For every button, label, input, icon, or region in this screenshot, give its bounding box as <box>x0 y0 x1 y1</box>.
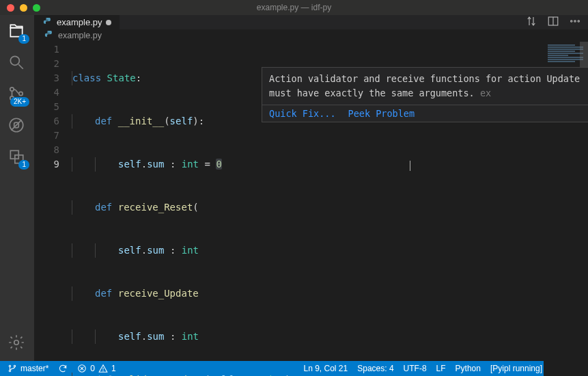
split-editor-icon[interactable] <box>547 15 559 29</box>
quick-fix-link[interactable]: Quick Fix... <box>269 108 336 119</box>
tab-modified-icon <box>106 20 111 25</box>
close-window-icon[interactable] <box>7 4 14 12</box>
svg-line-6 <box>11 120 21 130</box>
hover-message: Action validator and receive functions f… <box>262 68 588 105</box>
hover-diagnostic: Action validator and receive functions f… <box>262 67 588 122</box>
svg-point-0 <box>10 56 19 65</box>
svg-point-17 <box>14 365 15 366</box>
svg-point-13 <box>574 21 576 22</box>
svg-point-15 <box>9 365 10 366</box>
title-bar: example.py — idf-py <box>0 0 588 15</box>
text-cursor-icon <box>410 161 410 171</box>
python-file-icon <box>42 16 53 29</box>
svg-point-16 <box>9 370 10 371</box>
tab-bar: example.py <box>34 15 588 29</box>
no-bug-icon[interactable] <box>8 116 27 135</box>
svg-point-12 <box>571 21 572 22</box>
search-icon[interactable] <box>8 53 27 72</box>
traffic-lights <box>0 4 40 12</box>
scm-badge: 2K+ <box>10 97 29 107</box>
explorer-badge: 1 <box>18 34 29 44</box>
run-badge: 1 <box>18 160 29 170</box>
settings-gear-icon[interactable] <box>8 334 27 353</box>
svg-point-9 <box>14 340 19 345</box>
tab-example-py[interactable]: example.py <box>34 15 120 29</box>
minimize-window-icon[interactable] <box>20 4 27 12</box>
more-actions-icon[interactable] <box>569 15 581 29</box>
maximize-window-icon[interactable] <box>33 4 40 12</box>
run-icon[interactable]: 1 <box>8 148 27 167</box>
svg-point-4 <box>19 92 23 95</box>
breadcrumb[interactable]: example.py <box>34 29 588 42</box>
explorer-icon[interactable]: 1 <box>8 22 27 41</box>
line-gutter: 123 456 789 <box>34 42 72 376</box>
tab-filename: example.py <box>57 17 102 27</box>
python-file-icon <box>44 29 54 42</box>
window-title: example.py — idf-py <box>0 3 588 12</box>
breadcrumb-file: example.py <box>58 31 102 40</box>
compare-changes-icon[interactable] <box>525 15 537 29</box>
peek-problem-link[interactable]: Peek Problem <box>348 108 415 119</box>
activity-bar: 1 2K+ 1 <box>0 15 34 361</box>
svg-line-1 <box>18 64 23 69</box>
svg-point-14 <box>578 21 579 22</box>
svg-point-2 <box>10 88 14 91</box>
source-control-icon[interactable]: 2K+ <box>8 85 27 104</box>
